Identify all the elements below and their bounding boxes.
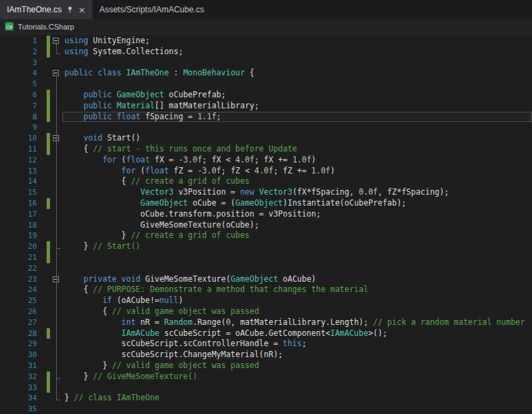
line-number: 14	[0, 176, 41, 187]
code-line[interactable]: 3	[0, 58, 532, 69]
code-line[interactable]: 6 public GameObject oCubePrefab;	[0, 90, 532, 101]
editor[interactable]: 1using UnityEngine;2using System.Collect…	[0, 34, 532, 414]
change-tracking-bar	[47, 350, 50, 361]
code-line[interactable]: 24 { // PURPOSE: Demonstrate a method th…	[0, 284, 532, 295]
outline-guide	[56, 44, 57, 53]
fold-margin	[51, 79, 63, 90]
fold-margin	[51, 404, 63, 414]
change-tracking-bar	[47, 230, 50, 241]
line-number: 8	[0, 112, 41, 123]
line-number: 4	[0, 68, 41, 79]
code-line[interactable]: 11 { // start - this runs once and befor…	[0, 144, 532, 155]
code-line[interactable]: 22	[0, 263, 532, 274]
document-tab[interactable]: IAmTheOne.cs×	[0, 0, 93, 19]
tab-label: IAmTheOne.cs	[7, 5, 62, 14]
code-line[interactable]: 4public class IAmTheOne : MonoBehaviour …	[0, 68, 532, 79]
code-editor-window: IAmTheOne.cs×Assets/Scripts/IAmACube.cs …	[0, 0, 532, 414]
code-text: } // GiveMeSomeTexture()	[63, 372, 197, 382]
code-line[interactable]: 30 scCubeScript.ChangeMyMaterial(nR);	[0, 350, 532, 361]
code-text: Vector3 v3Position = new Vector3(fX*fSpa…	[63, 187, 449, 198]
code-line[interactable]: 9	[0, 122, 532, 133]
code-line[interactable]: 25 if (oACube!=null)	[0, 295, 532, 306]
code-text: scCubeScript.scControllerHandle = this;	[63, 339, 306, 350]
code-text: using System.Collections;	[63, 47, 183, 58]
fold-margin	[51, 306, 63, 317]
code-line[interactable]: 15 Vector3 v3Position = new Vector3(fX*f…	[0, 187, 532, 198]
code-line[interactable]: 27 int nR = Random.Range(0, matMaterialL…	[0, 317, 532, 328]
change-tracking-bar	[47, 274, 50, 285]
change-tracking-bar	[47, 36, 50, 47]
line-number: 7	[0, 101, 41, 112]
code-line[interactable]: 10 void Start()	[0, 133, 532, 144]
code-text	[63, 58, 64, 69]
project-dropdown[interactable]: Tutorials.CSharp	[18, 23, 74, 31]
navigation-bar: C# Tutorials.CSharp	[0, 19, 532, 34]
code-text: int nR = Random.Range(0, matMaterialLibr…	[63, 317, 525, 328]
line-number: 23	[0, 274, 41, 285]
code-text: { // start - this runs once and before U…	[63, 144, 297, 155]
code-line[interactable]: 1using UnityEngine;	[0, 36, 532, 47]
fold-margin	[51, 155, 63, 166]
code-line[interactable]: 12 for (float fX = -3.0f; fX < 4.0f; fX …	[0, 155, 532, 166]
code-line[interactable]: 20 } // Start()	[0, 241, 532, 252]
change-tracking-bar	[47, 404, 50, 414]
code-line[interactable]: 14 { // create a grid of cubes	[0, 176, 532, 187]
code-line[interactable]: 34} // class IAmTheOne	[0, 393, 532, 404]
close-icon[interactable]: ×	[78, 5, 86, 14]
code-text: } // create a grid of cubes	[63, 230, 250, 241]
fold-marker[interactable]	[53, 70, 59, 76]
code-line[interactable]: 8 public float fSpacing = 1.1f;	[0, 112, 532, 123]
fold-margin	[51, 252, 63, 263]
code-line[interactable]: 16 GameObject oCube = (GameObject)Instan…	[0, 198, 532, 209]
code-text: } // Start()	[63, 241, 141, 252]
line-number: 28	[0, 328, 41, 339]
line-number: 32	[0, 372, 41, 382]
code-text: using UnityEngine;	[63, 36, 150, 47]
fold-margin	[51, 176, 63, 187]
code-line[interactable]: 35	[0, 404, 532, 414]
line-number: 22	[0, 263, 41, 274]
code-line[interactable]: 19 } // create a grid of cubes	[0, 230, 532, 241]
line-number: 17	[0, 209, 41, 220]
code-text: void Start()	[63, 133, 141, 144]
code-text: GameObject oCube = (GameObject)Instantia…	[63, 198, 407, 209]
fold-margin	[51, 339, 63, 350]
fold-margin	[51, 372, 63, 382]
code-text: } // class IAmTheOne	[63, 393, 159, 404]
pin-icon[interactable]	[66, 6, 73, 14]
code-line[interactable]: 28 IAmACube scCubeScript = oACube.GetCom…	[0, 328, 532, 339]
change-tracking-bar	[47, 112, 50, 123]
fold-margin	[51, 361, 63, 372]
fold-marker[interactable]	[53, 38, 59, 44]
code-line[interactable]: 2using System.Collections;	[0, 47, 532, 58]
change-tracking-bar	[47, 393, 50, 404]
code-line[interactable]: 18 GiveMeSomeTexture(oCube);	[0, 220, 532, 231]
code-text: scCubeScript.ChangeMyMaterial(nR);	[63, 350, 283, 361]
code-line[interactable]: 23 private void GiveMeSomeTexture(GameOb…	[0, 274, 532, 285]
code-line[interactable]: 7 public Material[] matMaterialLibrary;	[0, 101, 532, 112]
change-tracking-bar	[47, 328, 50, 339]
document-tab[interactable]: Assets/Scripts/IAmACube.cs	[93, 0, 211, 19]
line-number: 1	[0, 36, 41, 47]
outline-guide-end	[56, 53, 60, 54]
code-text	[63, 122, 64, 133]
code-text: GiveMeSomeTexture(oCube);	[63, 220, 259, 231]
outline-guide-end	[56, 248, 60, 249]
code-line[interactable]: 13 for (float fZ = -3.0f; fZ < 4.0f; fZ …	[0, 166, 532, 177]
code-line[interactable]: 21	[0, 252, 532, 263]
line-number: 9	[0, 122, 41, 133]
code-line[interactable]: 32 } // GiveMeSomeTexture()	[0, 372, 532, 382]
change-tracking-bar	[47, 220, 50, 231]
code-line[interactable]: 26 { // valid game object was passed	[0, 306, 532, 317]
line-number: 21	[0, 252, 41, 263]
line-number: 35	[0, 404, 41, 414]
code-line[interactable]: 33	[0, 382, 532, 393]
code-line[interactable]: 17 oCube.transform.position = v3Position…	[0, 209, 532, 220]
code-text: IAmACube scCubeScript = oACube.GetCompon…	[63, 328, 387, 339]
code-line[interactable]: 29 scCubeScript.scControllerHandle = thi…	[0, 339, 532, 350]
fold-margin	[51, 393, 63, 404]
change-tracking-bar	[47, 101, 50, 112]
code-text: public GameObject oCubePrefab;	[63, 90, 226, 101]
code-line[interactable]: 31 } // valid game object was passed	[0, 361, 532, 372]
code-line[interactable]: 5	[0, 79, 532, 90]
